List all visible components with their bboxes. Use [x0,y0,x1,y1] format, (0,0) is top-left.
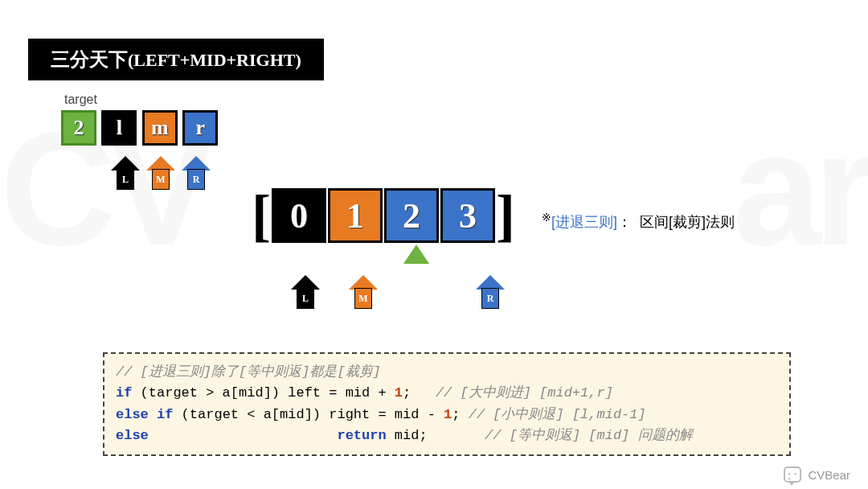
title-main: 三分天下 [51,48,128,70]
kw-if: if [116,385,132,401]
cell-l: l [101,110,137,146]
arrow2-M: M [349,275,378,309]
arrow2-L: L [291,275,320,309]
cell-0: 0 [272,188,326,243]
target-cell: 2 [61,110,96,146]
target-label: target [64,92,97,107]
cell-2: 2 [384,188,439,243]
first-row: 2 l m r [60,110,219,146]
title-sub: (LEFT+MID+RIGHT) [128,50,301,70]
arrow-L: L [111,156,140,190]
footer-text: CVBear [808,468,850,482]
kw-elseif: else if [116,407,173,422]
arrow-R: R [182,156,211,190]
kw-else: else [116,428,149,443]
cell-m: m [142,110,178,146]
chat-icon: ● ● ● [784,466,801,483]
right-bracket: ] [496,187,515,244]
cell-r: r [182,110,218,146]
target-marker-triangle [403,244,429,264]
arrow-M: M [146,156,175,190]
code-block: // [进退三则]除了[等中则返]都是[裁剪] if (target > a[m… [103,352,791,456]
watermark-right: ar [732,97,868,281]
array-row: [ 0 1 2 3 ] [252,187,515,244]
title-banner: 三分天下(LEFT+MID+RIGHT) [28,39,324,80]
cell-1: 1 [328,188,383,243]
left-bracket: [ [252,187,271,244]
rule-name: [进退三则] [551,214,617,230]
caption-text: ※[进退三则]： 区间[裁剪]法则 [542,211,735,232]
footer-credit: ● ● ● CVBear [784,466,850,483]
arrow2-R: R [476,275,505,309]
code-comment-header: // [进退三则]除了[等中则返]都是[裁剪] [116,364,381,380]
kw-return: return [337,428,386,443]
cell-3: 3 [440,188,495,243]
pointer-arrows-row1: L M R [111,156,211,190]
